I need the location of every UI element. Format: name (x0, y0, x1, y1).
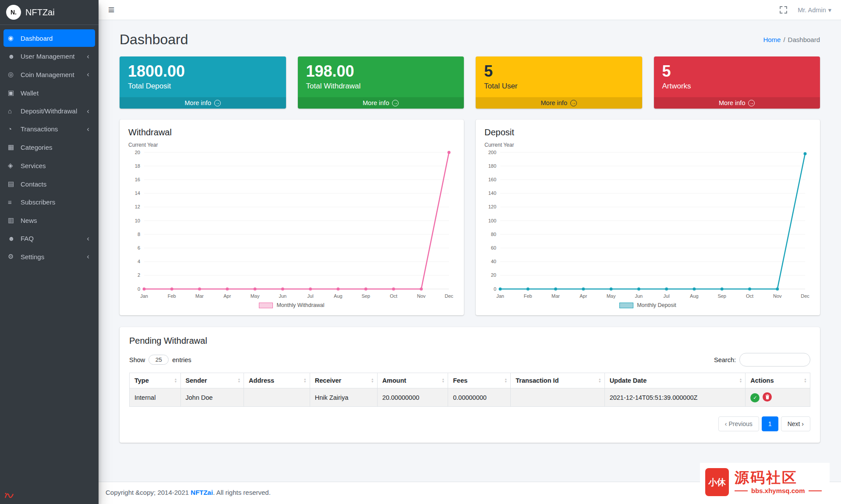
svg-text:May: May (607, 293, 616, 299)
column-header-label: Fees (453, 377, 467, 384)
sidebar-item-transactions[interactable]: ◔Transactions‹ (4, 120, 95, 137)
more-info-link[interactable]: More info→ (654, 97, 820, 109)
expand-icon (780, 6, 787, 14)
column-header-update-date[interactable]: Update Date▲▼ (604, 373, 746, 388)
svg-text:10: 10 (135, 218, 140, 223)
sidebar-item-label: Dashboard (21, 35, 91, 42)
footer-brand-link[interactable]: NFTZai (191, 489, 213, 496)
watermark-stamp-small (4, 492, 14, 501)
dash-decoration (809, 490, 822, 491)
sidebar-item-categories[interactable]: ▦Categories (4, 138, 95, 156)
brand-logo-icon: N. (6, 5, 21, 20)
svg-text:40: 40 (491, 259, 496, 264)
search-label: Search: (714, 356, 736, 363)
svg-text:Sep: Sep (361, 293, 370, 299)
sort-down-arrow: ▼ (804, 381, 807, 383)
column-header-actions[interactable]: Actions▲▼ (746, 373, 810, 388)
search-control: Search: (714, 353, 810, 367)
more-info-link[interactable]: More info→ (476, 97, 642, 109)
column-header-sender[interactable]: Sender▲▼ (180, 373, 244, 388)
svg-text:Jan: Jan (140, 293, 148, 299)
watermark-seal-text: 小休 (708, 477, 726, 487)
cell-update-date: 2021-12-14T05:51:39.000000Z (604, 388, 746, 407)
check-icon: ✓ (753, 395, 757, 401)
pagination-previous-button[interactable]: ‹ Previous (718, 416, 759, 431)
sidebar-item-contacts[interactable]: ▤Contacts (4, 175, 95, 193)
pending-withdrawal-title: Pending Withdrawal (129, 336, 810, 346)
sidebar-item-subscribers[interactable]: ≡Subscribers (4, 194, 95, 211)
column-header-label: Actions (750, 377, 774, 384)
list-icon: ≡ (8, 198, 21, 206)
more-info-link[interactable]: More info→ (298, 97, 464, 109)
search-input[interactable] (739, 353, 810, 367)
sort-icon: ▲▼ (174, 378, 177, 383)
svg-text:180: 180 (488, 163, 496, 169)
sort-icon: ▲▼ (598, 378, 601, 383)
svg-text:Dec: Dec (801, 293, 809, 299)
sidebar-item-deposit-withdrawal[interactable]: ⌂Deposit/Withdrawal‹ (4, 102, 95, 120)
fullscreen-button[interactable] (780, 6, 787, 14)
svg-text:Nov: Nov (417, 293, 426, 299)
delete-button[interactable] (763, 392, 772, 402)
user-menu[interactable]: Mr. Admin ▾ (798, 7, 831, 14)
column-header-fees[interactable]: Fees▲▼ (448, 373, 511, 388)
svg-text:Jul: Jul (664, 293, 670, 299)
column-header-amount[interactable]: Amount▲▼ (377, 373, 448, 388)
sidebar-item-dashboard[interactable]: ◉Dashboard (4, 29, 95, 47)
pending-withdrawal-table: Type▲▼Sender▲▼Address▲▼Receiver▲▼Amount▲… (129, 373, 810, 407)
sidebar: N. NFTZai ◉Dashboard☻User Management‹◎Co… (0, 0, 99, 504)
sidebar-item-news[interactable]: ▥News (4, 211, 95, 229)
svg-text:100: 100 (488, 218, 496, 223)
sidebar-item-user-management[interactable]: ☻User Management‹ (4, 48, 95, 65)
svg-text:14: 14 (135, 190, 140, 196)
sort-down-arrow: ▼ (304, 381, 307, 383)
more-info-label: More info (185, 99, 211, 106)
column-header-type[interactable]: Type▲▼ (130, 373, 181, 388)
svg-text:140: 140 (488, 190, 496, 196)
page-size-select[interactable]: 25 (148, 355, 169, 365)
sort-icon: ▲▼ (504, 378, 507, 383)
sort-icon: ▲▼ (804, 378, 807, 383)
axis-note: Current Year (128, 142, 455, 148)
cell-receiver: Hnik Zairiya (310, 388, 377, 407)
svg-text:May: May (251, 293, 260, 299)
svg-text:12: 12 (135, 204, 140, 209)
pending-withdrawal-card: Pending Withdrawal Show 25 entries Searc… (120, 327, 820, 443)
svg-text:4: 4 (138, 259, 140, 264)
menu-toggle-button[interactable]: ≡ (108, 4, 115, 15)
svg-text:20: 20 (135, 150, 140, 155)
sidebar-item-label: News (21, 217, 91, 224)
column-header-receiver[interactable]: Receiver▲▼ (310, 373, 377, 388)
brand[interactable]: N. NFTZai (0, 0, 99, 25)
sort-down-arrow: ▼ (598, 381, 601, 383)
page-head: Dashboard Home/Dashboard (120, 32, 820, 48)
svg-text:2: 2 (138, 272, 140, 278)
sidebar-item-services[interactable]: ◈Services (4, 157, 95, 174)
info-box-label: Total Withdrawal (298, 81, 464, 97)
sidebar-item-faq[interactable]: ☻FAQ‹ (4, 230, 95, 247)
sidebar-item-settings[interactable]: ⚙Settings‹ (4, 248, 95, 265)
deposit-chart-card: Deposit Current Year 0204060801001201401… (476, 120, 820, 315)
column-header-transaction-id[interactable]: Transaction Id▲▼ (511, 373, 604, 388)
svg-text:Aug: Aug (690, 293, 699, 299)
column-header-label: Update Date (610, 377, 647, 384)
settings-icon: ⚙ (8, 253, 21, 261)
chevron-left-icon: ‹ (87, 236, 89, 241)
cell-amount: 20.00000000 (377, 388, 448, 407)
approve-button[interactable]: ✓ (750, 393, 760, 402)
more-info-link[interactable]: More info→ (120, 97, 286, 109)
breadcrumb-home-link[interactable]: Home (763, 36, 781, 43)
info-box-artworks: 5ArtworksMore info→ (654, 56, 820, 109)
sidebar-item-label: Deposit/Withdrawal (21, 107, 87, 115)
pagination-next-button[interactable]: Next › (781, 416, 810, 431)
charts-row: Withdrawal Current Year 0246810121416182… (120, 120, 820, 315)
info-box-label: Total Deposit (120, 81, 286, 97)
cell-sender: John Doe (180, 388, 244, 407)
pagination-page-1-button[interactable]: 1 (762, 416, 778, 431)
arrow-circle-right-icon: → (748, 100, 755, 106)
column-header-address[interactable]: Address▲▼ (244, 373, 310, 388)
watermark-seal: 小休 (705, 468, 729, 496)
sidebar-item-coin-management[interactable]: ◎Coin Management‹ (4, 66, 95, 83)
sidebar-item-wallet[interactable]: ▣Wallet (4, 84, 95, 102)
column-header-label: Amount (382, 377, 406, 384)
